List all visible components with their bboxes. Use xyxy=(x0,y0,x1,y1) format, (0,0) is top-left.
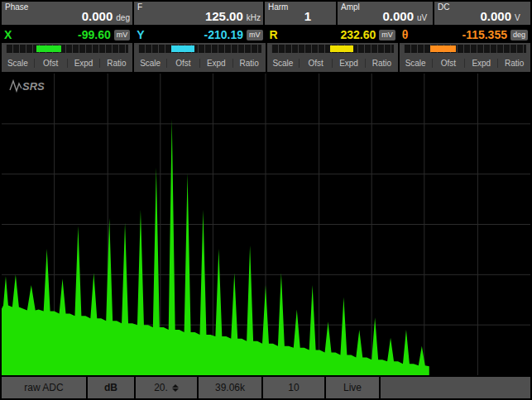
frequency-label: F xyxy=(137,2,142,12)
span-button[interactable]: 39.06k xyxy=(199,377,261,398)
channel-theta-offset-bar[interactable] xyxy=(430,45,456,52)
channel-y-letter: Y xyxy=(137,28,144,41)
channel-y-menu: Scale Ofst Expd Ratio xyxy=(134,55,265,72)
spectrum-display: SRS xyxy=(2,74,530,375)
channel-theta-ofst-button[interactable]: Ofst xyxy=(432,59,465,68)
channel-theta-menu: Scale Ofst Expd Ratio xyxy=(400,55,530,72)
input-source-button[interactable]: raw ADC xyxy=(2,377,86,398)
channel-y-meter xyxy=(134,43,265,55)
channel-y-offset-bar[interactable] xyxy=(171,45,194,52)
channel-r-offset-bar[interactable] xyxy=(330,45,353,52)
channel-x-expd-button[interactable]: Expd xyxy=(67,59,100,68)
channel-readouts: X -99.60 mV Scale Ofst Expd Ratio Y -210… xyxy=(2,26,530,72)
frequency-panel[interactable]: F 125.00kHz xyxy=(134,2,263,25)
channel-r: R 232.60 mV Scale Ofst Expd Ratio xyxy=(267,26,398,72)
channel-x-scale-button[interactable]: Scale xyxy=(2,59,34,68)
channel-theta-meter xyxy=(400,43,530,55)
reference-settings-bar: Phase 0.000deg F 125.00kHz Harm 1 Ampl 0… xyxy=(2,2,530,25)
channel-theta-letter: θ xyxy=(402,28,409,41)
channel-y-offset-slider[interactable] xyxy=(138,45,261,53)
channel-y-readout: Y -210.19 mV xyxy=(134,26,265,43)
channel-x-unit: mV xyxy=(114,30,131,40)
channel-y-unit: mV xyxy=(247,30,263,40)
channel-y-ofst-button[interactable]: Ofst xyxy=(166,59,199,68)
dc-offset-label: DC xyxy=(438,2,449,12)
frequency-value: 125.00 xyxy=(205,9,243,23)
channel-r-readout: R 232.60 mV xyxy=(267,26,398,43)
db-per-div-spinner-icon[interactable] xyxy=(172,384,179,392)
db-per-div-control[interactable]: 20. xyxy=(136,377,197,398)
channel-theta-offset-slider[interactable] xyxy=(404,45,526,53)
display-scale-bar: raw ADC dB 20. 39.06k 10 Live xyxy=(2,377,530,398)
channel-y-value: -210.19 xyxy=(148,28,243,41)
channel-theta-unit: deg xyxy=(510,30,528,40)
channel-x-offset-bar[interactable] xyxy=(36,45,61,52)
channel-theta-expd-button[interactable]: Expd xyxy=(464,59,497,68)
channel-y-ratio-button[interactable]: Ratio xyxy=(232,59,266,68)
spectrum-plot xyxy=(2,74,530,375)
phase-panel[interactable]: Phase 0.000deg xyxy=(2,2,132,25)
channel-x-ofst-button[interactable]: Ofst xyxy=(34,59,67,68)
channel-r-menu: Scale Ofst Expd Ratio xyxy=(267,55,398,72)
spectrum-polygon xyxy=(2,119,429,375)
srs-logo: SRS xyxy=(8,79,48,93)
channel-x-ratio-button[interactable]: Ratio xyxy=(99,59,132,68)
channel-r-ratio-button[interactable]: Ratio xyxy=(365,59,398,68)
frequency-unit: kHz xyxy=(247,13,261,22)
channel-x-value: -99.60 xyxy=(15,28,110,41)
channel-theta-scale-button[interactable]: Scale xyxy=(400,59,432,68)
channel-theta-value: -115.355 xyxy=(411,28,507,41)
dc-offset-value: 0.000 xyxy=(480,9,511,23)
channel-x-offset-slider[interactable] xyxy=(6,45,128,53)
channel-r-scale-button[interactable]: Scale xyxy=(267,59,300,68)
db-units-button[interactable]: dB xyxy=(88,377,134,398)
channel-y: Y -210.19 mV Scale Ofst Expd Ratio xyxy=(134,26,265,72)
channel-r-ofst-button[interactable]: Ofst xyxy=(299,59,332,68)
channel-r-unit: mV xyxy=(379,30,395,40)
channel-theta: θ -115.355 deg Scale Ofst Expd Ratio xyxy=(400,26,530,72)
channel-r-letter: R xyxy=(270,28,278,41)
srs-logo-graphic: SRS xyxy=(8,79,48,93)
phase-unit: deg xyxy=(116,13,130,22)
amplitude-label: Ampl xyxy=(341,2,360,12)
svg-text:SRS: SRS xyxy=(22,80,45,93)
dc-offset-unit: V xyxy=(515,13,528,22)
channel-r-meter xyxy=(267,43,398,55)
harmonic-label: Harm xyxy=(268,2,288,12)
channel-theta-readout: θ -115.355 deg xyxy=(400,26,530,43)
channel-x-letter: X xyxy=(4,28,12,41)
channel-x: X -99.60 mV Scale Ofst Expd Ratio xyxy=(2,26,132,72)
channel-theta-ratio-button[interactable]: Ratio xyxy=(497,59,530,68)
phase-label: Phase xyxy=(5,2,28,12)
divisions-button[interactable]: 10 xyxy=(263,377,324,398)
db-per-div-value: 20. xyxy=(154,382,168,393)
amplitude-unit: uV xyxy=(417,13,430,22)
channel-r-expd-button[interactable]: Expd xyxy=(332,59,365,68)
channel-x-readout: X -99.60 mV xyxy=(2,26,132,43)
channel-x-meter xyxy=(2,43,132,55)
channel-r-offset-slider[interactable] xyxy=(271,45,394,53)
harmonic-value: 1 xyxy=(304,9,311,23)
amplitude-value: 0.000 xyxy=(382,9,414,23)
phase-value: 0.000 xyxy=(82,9,113,23)
amplitude-panel[interactable]: Ampl 0.000uV xyxy=(338,2,433,25)
channel-x-menu: Scale Ofst Expd Ratio xyxy=(2,55,132,72)
harmonic-panel[interactable]: Harm 1 xyxy=(265,2,336,25)
lockin-amplifier-screen: Phase 0.000deg F 125.00kHz Harm 1 Ampl 0… xyxy=(0,0,532,400)
dc-offset-panel[interactable]: DC 0.000V xyxy=(434,2,530,25)
channel-y-scale-button[interactable]: Scale xyxy=(134,59,166,68)
channel-r-value: 232.60 xyxy=(281,28,376,41)
bottom-bar-filler xyxy=(381,377,530,398)
channel-y-expd-button[interactable]: Expd xyxy=(199,59,232,68)
live-mode-button[interactable]: Live xyxy=(326,377,379,398)
